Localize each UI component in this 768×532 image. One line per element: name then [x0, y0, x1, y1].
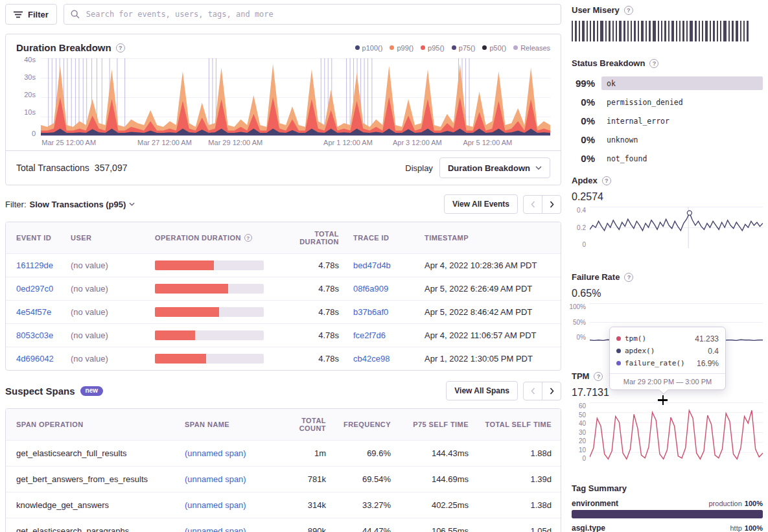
user-cell: (no value) [65, 330, 150, 340]
apdex-y-axis: 0.40.20 [572, 207, 590, 248]
help-icon[interactable]: ? [594, 372, 603, 381]
panel-title: Duration Breakdown ? [16, 42, 125, 53]
table-row: 161129de(no value)4.78sbed47d4bApr 4, 20… [6, 253, 561, 277]
help-icon[interactable]: ? [624, 273, 633, 282]
misery-bar [695, 21, 697, 41]
search-bar[interactable] [64, 4, 561, 25]
status-row[interactable]: 0%not_found [572, 149, 763, 168]
chevron-left-icon [531, 387, 535, 395]
transactions-body: 161129de(no value)4.78sbed47d4bApr 4, 20… [6, 253, 561, 370]
legend-label: p99() [397, 44, 413, 52]
legend-item[interactable]: p100() [355, 44, 383, 52]
misery-bar [590, 21, 591, 41]
prev-page-button[interactable] [523, 195, 542, 214]
tag-percent: 100% [745, 500, 763, 507]
y-tick-label: 20 [579, 437, 586, 445]
status-row[interactable]: 0%permission_denied [572, 93, 763, 111]
span-name-link[interactable]: (unnamed span) [180, 448, 277, 458]
display-dropdown[interactable]: Duration Breakdown [439, 157, 550, 178]
next-page-button[interactable] [542, 195, 561, 214]
misery-bar [612, 21, 614, 41]
x-tick-label: Mar 29 12:00 AM [208, 139, 262, 146]
search-input[interactable] [85, 9, 554, 19]
misery-bar [634, 21, 636, 41]
trace-id-link[interactable]: cb42ce98 [348, 354, 419, 364]
column-timestamp: Timestamp [419, 226, 561, 249]
status-percent: 0% [572, 153, 595, 164]
user-cell: (no value) [65, 260, 150, 270]
span-name-link[interactable]: (unnamed span) [180, 474, 277, 484]
series-dot [616, 336, 621, 341]
misery-bar [579, 21, 580, 41]
y-tick-label: 0.2 [577, 224, 586, 231]
help-icon[interactable]: ? [602, 176, 611, 185]
operation-duration-bar [155, 307, 264, 317]
total-count-cell: 314k [277, 500, 335, 510]
span-name-link[interactable]: (unnamed span) [180, 500, 277, 510]
trace-id-link[interactable]: 08f6a909 [348, 284, 419, 294]
next-page-button[interactable] [542, 382, 561, 400]
trace-id-link[interactable]: b37b6af0 [348, 307, 419, 317]
total-count-cell: 781k [277, 474, 335, 484]
misery-bar [686, 21, 688, 41]
trace-id-link[interactable]: bed47d4b [348, 260, 419, 270]
help-icon[interactable]: ? [649, 59, 658, 68]
prev-page-button[interactable] [523, 382, 542, 400]
event-id-link[interactable]: 161129de [6, 260, 65, 270]
help-icon[interactable]: ? [244, 234, 252, 242]
status-bar-area: unknown [601, 135, 763, 145]
span-name-link[interactable]: (unnamed span) [180, 526, 277, 532]
y-tick-label: 40s [24, 56, 36, 64]
y-tick-label: 10 [579, 446, 586, 454]
legend-item[interactable]: Releases [513, 44, 550, 52]
x-tick-label: Mar 25 12:00 AM [41, 139, 96, 146]
operation-duration-bar [155, 284, 264, 294]
filter-button[interactable]: Filter [5, 4, 57, 25]
misery-bar [668, 21, 669, 41]
panel-title-text: Duration Breakdown [16, 42, 111, 53]
display-dropdown-value: Duration Breakdown [448, 163, 530, 173]
event-id-link[interactable]: 8053c03e [6, 330, 65, 340]
status-row[interactable]: 0%unknown [572, 130, 763, 149]
user-cell: (no value) [65, 284, 150, 294]
transactions-filter-dropdown[interactable]: Filter: Slow Transactions (p95) [5, 200, 135, 209]
status-row[interactable]: 99%ok [572, 74, 763, 93]
help-icon[interactable]: ? [624, 6, 633, 15]
view-all-events-button[interactable]: View All Events [444, 194, 518, 214]
help-icon[interactable]: ? [116, 43, 125, 52]
cursor-crosshair-icon [658, 395, 668, 405]
status-breakdown-section: Status Breakdown ? 99%ok0%permission_den… [572, 58, 763, 168]
view-all-spans-button[interactable]: View All Spans [446, 381, 518, 400]
misery-bar [646, 21, 647, 41]
event-id-link[interactable]: 4d696042 [6, 354, 65, 364]
legend-item[interactable]: p99() [390, 44, 413, 52]
legend-item[interactable]: p95() [421, 44, 445, 52]
status-percent: 99% [572, 78, 595, 89]
legend-item[interactable]: p75() [452, 44, 476, 52]
tag-row: asgi.typehttp100% [572, 524, 763, 532]
tag-key: asgi.type [572, 524, 605, 532]
legend-label: Releases [520, 44, 550, 52]
misery-bar [627, 21, 629, 41]
column-span-name: Span Name [180, 413, 277, 436]
legend-item[interactable]: p50() [482, 44, 506, 52]
suspect-spans-title: Suspect Spans [5, 386, 75, 397]
display-control: Display Duration Breakdown [405, 157, 550, 178]
column-operation-duration: Operation Duration ? [150, 226, 277, 249]
status-bar-area: internal_error [601, 116, 763, 126]
total-self-time-cell: 1.38d [478, 500, 561, 510]
event-id-link[interactable]: 0ed297c0 [6, 284, 65, 294]
misery-bar [609, 21, 611, 41]
y-tick-label: 0% [577, 334, 586, 341]
legend-label: p50() [489, 44, 506, 52]
tooltip-time-range: Mar 29 2:00 PM — 3:00 PM [610, 373, 725, 389]
tag-bar[interactable] [572, 510, 763, 518]
status-row[interactable]: 0%internal_error [572, 111, 763, 130]
column-p75-self-time: P75 Self Time [400, 413, 478, 436]
misery-bar [623, 21, 625, 41]
event-id-link[interactable]: 4e54f57e [6, 307, 65, 317]
column-event-id: Event ID [6, 226, 65, 249]
duration-chart [41, 58, 550, 136]
filter-lines-icon [14, 11, 23, 18]
trace-id-link[interactable]: fce2f7d6 [348, 330, 419, 340]
